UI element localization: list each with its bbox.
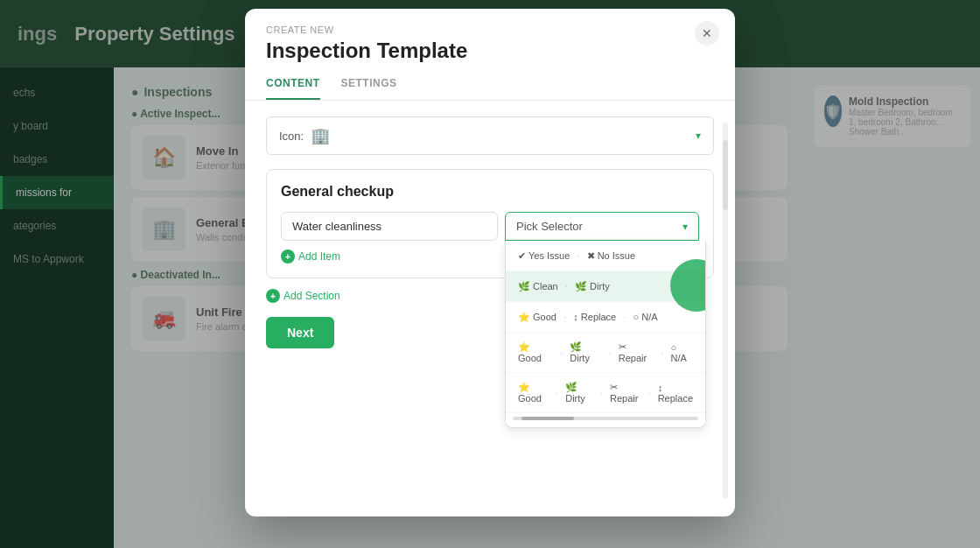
icon-dropdown-left: Icon: 🏢 <box>279 126 330 145</box>
modal-scrollbar-thumb <box>723 140 728 210</box>
icon-label: Icon: <box>279 130 304 143</box>
dirty-icon: 🌿 <box>575 281 587 292</box>
badge-dirty-3: 🌿 Dirty <box>565 382 592 404</box>
dropdown-option-good-dirty-repair-na[interactable]: ⭐ Good · 🌿 Dirty · ✂ Repair · ○ N/A <box>506 333 705 373</box>
dropdown-option-clean-dirty[interactable]: 🌿 Clean · 🌿 Dirty <box>506 271 705 302</box>
modal-title: Inspection Template <box>266 39 714 63</box>
add-section-label: Add Section <box>284 290 340 302</box>
close-icon: ✕ <box>702 26 712 40</box>
modal-create-new-label: CREATE NEW <box>266 25 714 35</box>
modal-body: Icon: 🏢 ▾ Pick Selector ▾ <box>245 101 735 364</box>
pick-selector-wrapper: Pick Selector ▾ ✔ Yes Issue · <box>505 212 699 241</box>
dropdown-scrollbar <box>513 417 698 420</box>
badge-na-2: ○ N/A <box>670 342 693 363</box>
badge-good-1: ⭐ Good <box>518 312 556 323</box>
badge-repair-2: ✂ Repair <box>610 382 640 404</box>
dropdown-option-good-replace-na[interactable]: ⭐ Good · ↕ Replace · ○ N/A <box>506 302 705 333</box>
badge-good-2: ⭐ Good <box>518 341 553 363</box>
pick-selector-label: Pick Selector <box>516 220 583 233</box>
add-section-plus-icon: + <box>266 289 280 303</box>
tab-content[interactable]: CONTENT <box>266 77 320 100</box>
modal: ✕ CREATE NEW Inspection Template CONTENT… <box>245 9 735 516</box>
badge-dirty-2: 🌿 Dirty <box>570 341 601 363</box>
badge-clean: 🌿 Clean <box>518 281 558 292</box>
badge-no-issue: ✖ No Issue <box>587 250 635 262</box>
icon-dropdown-chevron: ▾ <box>696 130 701 142</box>
section-title-input[interactable] <box>281 184 699 200</box>
tab-settings[interactable]: SETTINGS <box>341 77 397 100</box>
add-item-label: Add Item <box>298 250 340 263</box>
icon-emoji: 🏢 <box>311 126 330 145</box>
dropdown-option-yes-no[interactable]: ✔ Yes Issue · ✖ No Issue <box>506 241 705 271</box>
next-button[interactable]: Next <box>266 317 334 348</box>
dropdown-option-good-dirty-repair-replace[interactable]: ⭐ Good · 🌿 Dirty · ✂ Repair · ↕ Replace <box>506 373 705 413</box>
badge-yes-issue: ✔ Yes Issue <box>518 250 570 262</box>
pick-selector-dropdown[interactable]: Pick Selector ▾ <box>505 212 699 241</box>
badge-repair-1: ✂ Repair <box>619 341 654 363</box>
badge-replace-1: ↕ Replace <box>573 312 616 322</box>
leaf-icon: 🌿 <box>518 281 530 292</box>
modal-overlay: ✕ CREATE NEW Inspection Template CONTENT… <box>0 0 980 548</box>
badge-good-3: ⭐ Good <box>518 382 549 404</box>
item-input[interactable] <box>281 212 498 241</box>
badge-dirty: 🌿 Dirty <box>575 281 610 292</box>
check-icon: ✔ <box>518 250 526 262</box>
section-card: Pick Selector ▾ ✔ Yes Issue · <box>266 169 714 278</box>
dropdown-scrollbar-thumb <box>522 417 574 420</box>
modal-scrollbar <box>723 123 728 499</box>
dropdown-menu: ✔ Yes Issue · ✖ No Issue 🌿 Clean <box>505 241 706 428</box>
x-icon: ✖ <box>587 250 595 262</box>
item-row: Pick Selector ▾ ✔ Yes Issue · <box>281 212 699 241</box>
pick-selector-chevron: ▾ <box>682 221 688 233</box>
modal-header: CREATE NEW Inspection Template CONTENT S… <box>245 9 735 101</box>
modal-tabs: CONTENT SETTINGS <box>266 77 714 100</box>
badge-na-1: ○ N/A <box>634 312 658 322</box>
modal-close-button[interactable]: ✕ <box>695 21 719 46</box>
icon-dropdown[interactable]: Icon: 🏢 ▾ <box>266 116 714 155</box>
add-item-plus-icon: + <box>281 249 295 263</box>
badge-replace-2: ↕ Replace <box>658 383 693 404</box>
